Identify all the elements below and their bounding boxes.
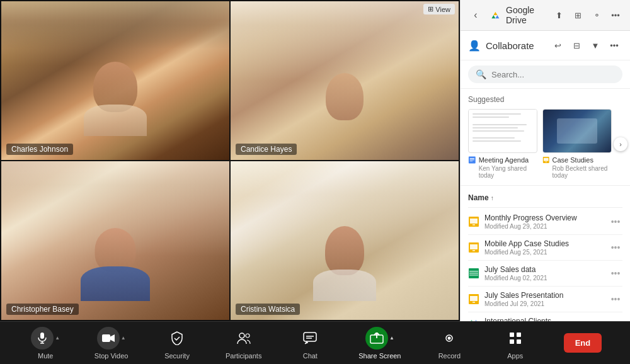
side-panel: ‹ Google Drive ⬆ ⊞ ⚬ ••• 👤 Colla — [460, 0, 630, 321]
file-modified-3: Modified Jul 29, 2021 — [484, 300, 604, 307]
file-more-button-2[interactable]: ••• — [609, 266, 622, 280]
share-chevron: ▲ — [389, 335, 394, 341]
suggested-card-case-studies[interactable]: Case Studies Rob Beckett shared today — [542, 109, 612, 179]
toolbar-record[interactable]: Record — [432, 327, 467, 360]
toolbar-participants[interactable]: Participants — [226, 327, 261, 360]
participant-name-candice: Candice Hayes — [236, 144, 297, 155]
video-chevron: ▲ — [121, 335, 126, 341]
file-more-button-0[interactable]: ••• — [609, 215, 622, 229]
panel-content: Suggested — [461, 89, 630, 321]
file-item-2[interactable]: July Sales data Modified Aug 02, 2021 ••… — [468, 261, 622, 287]
svg-rect-11 — [470, 244, 478, 249]
view-label: View — [435, 6, 450, 13]
video-cell-candice: Candice Hayes — [231, 1, 459, 160]
svg-point-31 — [246, 334, 249, 338]
video-cell-cristina: Cristina Watsica — [231, 161, 459, 320]
svg-rect-40 — [510, 339, 514, 344]
file-info-4: International Clients Modified Jul 29, 2… — [484, 317, 604, 321]
chat-icon — [299, 327, 321, 350]
svg-rect-8 — [470, 219, 478, 224]
file-icon-2 — [468, 268, 479, 279]
panel-topbar: ‹ Google Drive ⬆ ⊞ ⚬ ••• — [461, 0, 630, 31]
view-button-overlay[interactable]: ⊞ View — [423, 4, 455, 14]
panel-more-button[interactable]: ••• — [607, 7, 624, 23]
svg-rect-38 — [510, 333, 514, 337]
panel-actions: ⬆ ⊞ ⚬ ••• — [551, 7, 624, 23]
file-item-3[interactable]: July Sales Presentation Modified Jul 29,… — [468, 287, 622, 312]
search-input[interactable] — [491, 70, 615, 79]
toolbar-share-screen[interactable]: ▲ Share Screen — [358, 327, 401, 360]
toolbar: ▲ Mute ▲ Stop Video — [0, 321, 630, 364]
toolbar-chat[interactable]: Chat — [293, 327, 328, 360]
share-screen-label: Share Screen — [358, 352, 401, 360]
toolbar-security[interactable]: Security — [160, 327, 195, 360]
panel-grid-button[interactable]: ⊞ — [570, 7, 586, 23]
suggested-cards: Meeting Agenda Ken Yang shared today — [468, 109, 622, 179]
record-label: Record — [438, 352, 461, 360]
mute-chevron: ▲ — [55, 335, 60, 341]
svg-rect-14 — [469, 271, 478, 272]
card-info-meeting-agenda: Meeting Agenda Ken Yang shared today — [468, 156, 537, 179]
sort-arrow-icon: ↑ — [491, 195, 494, 202]
card-name-meeting-agenda: Meeting Agenda — [479, 156, 537, 164]
mute-label: Mute — [38, 352, 53, 360]
file-more-button-1[interactable]: ••• — [609, 241, 622, 254]
panel-back-button[interactable]: ‹ — [467, 6, 484, 24]
svg-rect-5 — [544, 158, 548, 161]
card-meta-case-studies: Rob Beckett shared today — [553, 165, 612, 179]
panel-filter-button[interactable]: ⚬ — [588, 7, 605, 23]
svg-rect-39 — [517, 333, 521, 337]
apps-icon — [504, 327, 527, 350]
collab-back-button[interactable]: ↩ — [549, 37, 566, 54]
file-name-0: Monthly Progress Overview — [484, 213, 604, 222]
file-item-4[interactable]: International Clients Modified Jul 29, 2… — [468, 312, 622, 321]
apps-label: Apps — [507, 352, 523, 360]
security-icon — [166, 327, 188, 350]
file-info-2: July Sales data Modified Aug 02, 2021 — [484, 265, 604, 282]
search-icon: 🔍 — [476, 69, 486, 79]
collab-more-button[interactable]: ••• — [606, 37, 622, 54]
svg-rect-16 — [469, 275, 478, 276]
toolbar-stop-video[interactable]: ▲ Stop Video — [94, 327, 129, 360]
file-item-0[interactable]: Monthly Progress Overview Modified Aug 2… — [468, 209, 622, 235]
video-cell-christopher: Christopher Basey — [1, 161, 229, 320]
toolbar-apps[interactable]: Apps — [498, 327, 532, 360]
file-icon-3 — [468, 293, 479, 305]
svg-point-37 — [448, 336, 451, 339]
card-name-case-studies: Case Studies — [553, 156, 612, 164]
end-call-button[interactable]: End — [564, 333, 602, 353]
collab-filter-button[interactable]: ▼ — [587, 37, 604, 54]
file-info-3: July Sales Presentation Modified Jul 29,… — [484, 291, 604, 307]
mute-icon — [31, 327, 54, 350]
suggested-label: Suggested — [468, 95, 622, 104]
svg-rect-26 — [40, 333, 44, 339]
file-more-button-3[interactable]: ••• — [609, 292, 622, 306]
panel-upload-button[interactable]: ⬆ — [551, 7, 567, 23]
file-info-1: Mobile App Case Studies Modified Aug 25,… — [484, 239, 604, 256]
svg-point-30 — [239, 333, 244, 338]
collaborate-title: Collaborate — [486, 40, 544, 51]
security-label: Security — [164, 352, 190, 360]
file-modified-2: Modified Aug 02, 2021 — [484, 275, 604, 282]
file-icon-0 — [468, 216, 479, 227]
svg-rect-41 — [517, 339, 521, 344]
file-name-4: International Clients — [484, 317, 604, 321]
participant-name-charles: Charles Johnson — [6, 144, 73, 155]
file-list-sort-name[interactable]: Name ↑ — [468, 193, 494, 202]
file-item-1[interactable]: Mobile App Case Studies Modified Aug 25,… — [468, 235, 622, 261]
file-modified-1: Modified Aug 25, 2021 — [484, 249, 604, 256]
collab-layout-button[interactable]: ⊟ — [568, 37, 585, 54]
carousel-next-button[interactable]: › — [614, 137, 627, 151]
participants-label: Participants — [226, 352, 261, 360]
google-drive-icon — [490, 9, 501, 21]
suggested-card-meeting-agenda[interactable]: Meeting Agenda Ken Yang shared today — [468, 109, 537, 179]
card-thumbnail-meeting-agenda — [468, 109, 537, 153]
svg-rect-15 — [469, 273, 478, 274]
search-bar: 🔍 — [461, 60, 630, 89]
video-icon — [97, 327, 120, 350]
toolbar-mute[interactable]: ▲ Mute — [28, 327, 63, 360]
share-screen-icon — [365, 327, 388, 350]
file-modified-0: Modified Aug 29, 2021 — [484, 223, 604, 230]
search-input-wrapper[interactable]: 🔍 — [468, 65, 622, 83]
file-name-3: July Sales Presentation — [484, 291, 604, 300]
